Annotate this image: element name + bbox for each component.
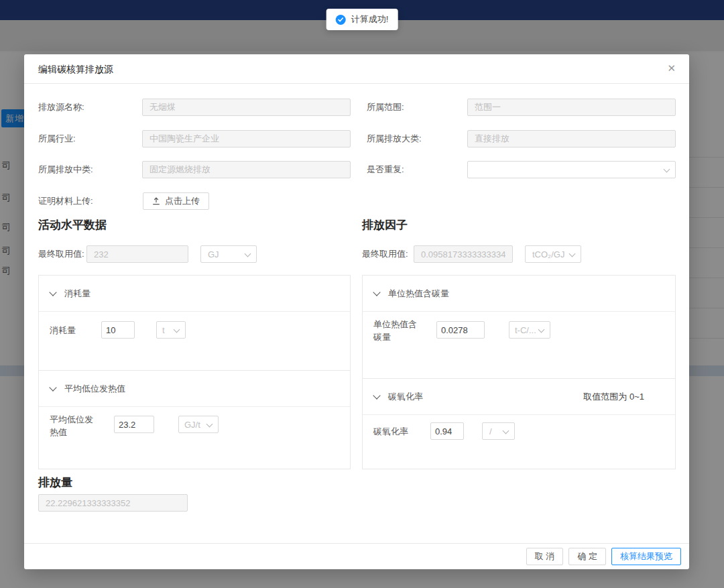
heating-value-panel-title: 平均低位发热值 — [64, 383, 125, 395]
source-name-input — [142, 99, 351, 116]
activity-final-unit-select: GJ — [200, 245, 257, 263]
emission-mid-input — [142, 161, 351, 178]
heating-value-panel: 平均低位发热值 平均低位发热值 GJ/t — [38, 370, 351, 469]
consumption-panel-header[interactable]: 消耗量 — [39, 276, 350, 312]
chevron-down-icon — [174, 327, 180, 333]
heating-value-panel-header[interactable]: 平均低位发热值 — [39, 371, 350, 407]
carbon-content-panel-title: 单位热值含碳量 — [388, 288, 449, 300]
oxidation-rate-input[interactable] — [430, 422, 464, 440]
upload-button[interactable]: 点击上传 — [143, 192, 209, 210]
scope-input — [467, 99, 676, 116]
heating-value-field-label: 平均低位发热值 — [50, 413, 98, 438]
consumption-panel-title: 消耗量 — [64, 288, 90, 300]
emission-amount-input — [38, 494, 188, 512]
consumption-unit-value: t — [162, 325, 165, 335]
consumption-input[interactable] — [101, 321, 135, 339]
factor-final-unit-select: tCO₂/GJ — [525, 245, 581, 263]
source-name-label: 排放源名称: — [38, 99, 84, 116]
scope-label: 所属范围: — [367, 99, 404, 116]
industry-input — [142, 130, 351, 148]
is-duplicate-select[interactable] — [467, 161, 676, 178]
consumption-field-label: 消耗量 — [50, 324, 76, 337]
oxidation-rate-unit-select[interactable]: / — [482, 422, 515, 440]
industry-label: 所属行业: — [38, 130, 76, 148]
carbon-content-panel-header[interactable]: 单位热值含碳量 — [363, 276, 675, 312]
oxidation-rate-panel-title: 碳氧化率 — [388, 391, 423, 403]
emission-major-input — [467, 130, 676, 148]
carbon-content-unit-value: t-C/... — [515, 325, 536, 335]
heating-value-unit-select[interactable]: GJ/t — [178, 416, 219, 433]
chevron-down-icon — [538, 327, 545, 333]
cancel-button[interactable]: 取 消 — [526, 548, 564, 565]
chevron-down-icon — [664, 166, 670, 173]
toast-message: 计算成功! — [351, 13, 389, 25]
carbon-content-field-label: 单位热值含碳量 — [373, 318, 422, 343]
oxidation-rate-panel-header[interactable]: 碳氧化率 取值范围为 0~1 — [363, 379, 675, 415]
screen: 新增排放源 司 司 司 司 司 计算成功! 编辑碳核算排放源 ✕ 排放源名 — [0, 0, 724, 588]
oxidation-rate-panel: 碳氧化率 取值范围为 0~1 碳氧化率 / — [362, 378, 676, 469]
confirm-button[interactable]: 确 定 — [568, 548, 606, 565]
success-check-icon — [336, 15, 346, 25]
chevron-down-icon — [206, 421, 213, 428]
chevron-down-icon — [49, 288, 56, 296]
carbon-content-unit-select[interactable]: t-C/... — [509, 321, 550, 339]
activity-final-unit-value: GJ — [208, 249, 219, 259]
consumption-unit-select[interactable]: t — [156, 321, 186, 339]
emission-major-label: 所属排放大类: — [367, 130, 422, 148]
edit-emission-source-dialog: 编辑碳核算排放源 ✕ 排放源名称: 所属范围: 所属行业: 所属排放大类: 所属… — [24, 54, 689, 569]
preview-result-button[interactable]: 核算结果预览 — [611, 548, 681, 565]
dialog-header: 编辑碳核算排放源 ✕ — [24, 54, 689, 84]
dialog-footer: 取 消 确 定 核算结果预览 — [24, 543, 689, 569]
oxidation-rate-unit-value: / — [489, 426, 492, 436]
chevron-down-icon — [503, 428, 509, 434]
heating-value-input[interactable] — [114, 416, 154, 433]
upload-button-label: 点击上传 — [165, 195, 200, 207]
is-duplicate-label: 是否重复: — [367, 161, 404, 178]
heating-value-unit-value: GJ/t — [184, 420, 200, 430]
upload-label: 证明材料上传: — [38, 192, 93, 210]
factor-final-unit-value: tCO₂/GJ — [532, 249, 564, 259]
factor-final-label: 最终取用值: — [362, 245, 408, 263]
upload-icon — [152, 197, 160, 205]
chevron-down-icon — [569, 251, 576, 257]
activity-final-input — [86, 245, 188, 263]
activity-section-title: 活动水平数据 — [38, 217, 107, 233]
activity-final-label: 最终取用值: — [38, 245, 84, 263]
chevron-down-icon — [49, 384, 56, 391]
emission-mid-label: 所属排放中类: — [38, 161, 93, 178]
chevron-down-icon — [373, 288, 380, 296]
dialog-title: 编辑碳核算排放源 — [38, 54, 113, 84]
carbon-content-input[interactable] — [436, 321, 485, 339]
toast-success: 计算成功! — [326, 9, 398, 30]
factor-final-input — [414, 245, 513, 263]
chevron-down-icon — [245, 251, 251, 257]
oxidation-rate-hint: 取值范围为 0~1 — [583, 379, 644, 415]
close-icon[interactable]: ✕ — [667, 63, 676, 74]
factor-section-title: 排放因子 — [362, 217, 408, 233]
carbon-content-panel: 单位热值含碳量 单位热值含碳量 t-C/... — [362, 275, 676, 379]
oxidation-rate-field-label: 碳氧化率 — [373, 425, 408, 438]
consumption-panel: 消耗量 消耗量 t — [38, 275, 351, 371]
emission-section-title: 排放量 — [38, 475, 72, 490]
chevron-down-icon — [373, 392, 380, 399]
